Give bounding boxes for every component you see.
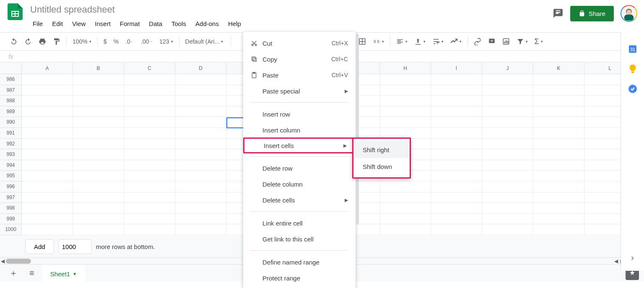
cell[interactable] [431, 117, 482, 128]
cell[interactable] [533, 117, 584, 128]
print-button[interactable] [35, 35, 49, 48]
cell[interactable] [73, 74, 124, 85]
font-dropdown[interactable]: Default (Ari... [182, 36, 228, 47]
keep-icon[interactable] [628, 64, 638, 74]
cell[interactable] [73, 106, 124, 117]
cell[interactable] [124, 117, 175, 128]
col-header[interactable]: J [482, 62, 533, 74]
doc-title[interactable]: Untitled spreadsheet [29, 3, 553, 16]
rotate-button[interactable] [447, 35, 465, 48]
ctx-insert-column[interactable]: Insert column [243, 122, 356, 138]
cell[interactable] [175, 224, 226, 235]
cell[interactable] [73, 85, 124, 96]
cell[interactable] [533, 139, 584, 150]
cell[interactable] [431, 182, 482, 192]
tasks-icon[interactable] [628, 84, 638, 94]
cell[interactable] [175, 192, 226, 203]
cell[interactable] [22, 149, 73, 160]
col-header[interactable]: A [22, 62, 73, 74]
cell[interactable] [533, 171, 584, 182]
cell[interactable] [482, 171, 533, 182]
cell[interactable] [533, 224, 584, 235]
cell[interactable] [380, 117, 431, 128]
cell[interactable] [482, 182, 533, 192]
cell[interactable] [533, 182, 584, 192]
cell[interactable] [482, 203, 533, 214]
ctx-paste-special[interactable]: Paste special ▶ [243, 83, 356, 99]
cell[interactable] [380, 224, 431, 235]
cell[interactable] [22, 160, 73, 171]
cell[interactable] [22, 224, 73, 235]
menu-help[interactable]: Help [224, 18, 245, 29]
row-header[interactable]: 994 [0, 160, 22, 171]
row-header[interactable]: 1000 [0, 224, 22, 235]
functions-button[interactable]: Σ [531, 35, 546, 49]
cell[interactable] [380, 96, 431, 106]
row-header[interactable]: 995 [0, 171, 22, 182]
cell[interactable] [73, 117, 124, 128]
cell[interactable] [124, 171, 175, 182]
cell[interactable] [124, 149, 175, 160]
cell[interactable] [482, 85, 533, 96]
cell[interactable] [533, 149, 584, 160]
cell[interactable] [124, 96, 175, 106]
cell[interactable] [482, 160, 533, 171]
row-header[interactable]: 999 [0, 214, 22, 225]
row-header[interactable]: 988 [0, 96, 22, 106]
cell[interactable] [431, 160, 482, 171]
cell[interactable] [431, 74, 482, 85]
cell[interactable] [73, 203, 124, 214]
cell[interactable] [124, 160, 175, 171]
cell[interactable] [533, 85, 584, 96]
ctx-named-range[interactable]: Define named range [243, 254, 356, 270]
cell[interactable] [175, 106, 226, 117]
cell[interactable] [380, 85, 431, 96]
cell[interactable] [380, 203, 431, 214]
cell[interactable] [22, 117, 73, 128]
cell[interactable] [175, 171, 226, 182]
avatar[interactable] [621, 5, 637, 22]
redo-button[interactable] [21, 35, 35, 48]
scroll-right-endleft-icon[interactable]: ◀ [614, 258, 618, 264]
scroll-left-icon[interactable]: ◀ [1, 258, 5, 264]
add-rows-input[interactable] [58, 239, 92, 254]
percent-button[interactable]: % [110, 36, 122, 47]
cell[interactable] [431, 96, 482, 106]
undo-button[interactable] [7, 35, 21, 48]
col-header[interactable]: B [73, 62, 124, 74]
cell[interactable] [380, 214, 431, 225]
cell[interactable] [431, 171, 482, 182]
cell[interactable] [431, 106, 482, 117]
select-all-corner[interactable] [0, 62, 22, 74]
cell[interactable] [124, 128, 175, 139]
shift-right[interactable]: Shift right [353, 141, 410, 158]
menu-format[interactable]: Format [116, 18, 144, 29]
add-sheet-button[interactable]: ＋ [5, 266, 22, 280]
row-header[interactable]: 992 [0, 139, 22, 150]
increase-decimal-button[interactable]: .00→ [138, 36, 156, 47]
cell[interactable] [380, 128, 431, 139]
cell[interactable] [124, 192, 175, 203]
col-header[interactable]: H [380, 62, 431, 74]
decrease-decimal-button[interactable]: .0← [122, 36, 138, 47]
cell[interactable] [175, 85, 226, 96]
cell[interactable] [482, 96, 533, 106]
col-header[interactable]: D [175, 62, 226, 74]
cell[interactable] [73, 149, 124, 160]
row-header[interactable]: 993 [0, 149, 22, 160]
sheet-tab-dropdown-icon[interactable]: ▼ [73, 272, 77, 276]
wrap-button[interactable] [429, 35, 447, 48]
ctx-insert-cells[interactable]: Insert cells ▶ [243, 138, 356, 153]
row-header[interactable]: 997 [0, 192, 22, 203]
cell[interactable] [175, 214, 226, 225]
chart-button[interactable] [499, 35, 513, 48]
cell[interactable] [533, 203, 584, 214]
cell[interactable] [482, 224, 533, 235]
calendar-icon[interactable]: 31 [628, 44, 638, 54]
cell[interactable] [22, 182, 73, 192]
cell[interactable] [22, 74, 73, 85]
menu-view[interactable]: View [68, 18, 90, 29]
col-header[interactable]: C [124, 62, 175, 74]
cell[interactable] [73, 214, 124, 225]
cell[interactable] [431, 139, 482, 150]
